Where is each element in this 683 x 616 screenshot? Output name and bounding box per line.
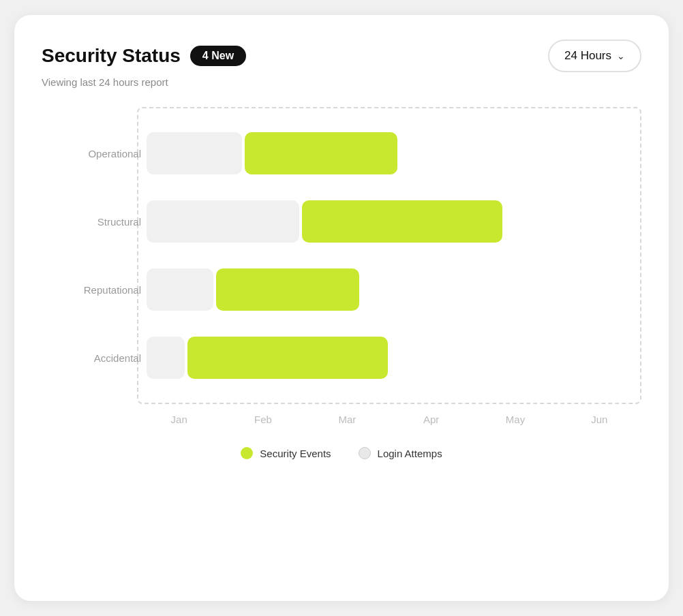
legend-login-attempts: Login Attemps	[359, 447, 442, 459]
bar-container	[147, 132, 632, 175]
legend-security-events: Security Events	[241, 447, 331, 459]
chart-row: Structural	[147, 187, 632, 256]
badge-label: New	[211, 50, 234, 62]
gray-bar	[147, 200, 299, 243]
x-axis-label: May	[473, 414, 557, 425]
page-title: Security Status	[42, 45, 181, 67]
row-label: Operational	[46, 148, 141, 159]
green-bar	[245, 132, 397, 174]
card-header: Security Status 4 New 24 Hours ⌄	[42, 40, 641, 72]
badge-count: 4	[202, 50, 209, 62]
gray-bar	[147, 132, 242, 174]
row-label: Reputational	[46, 284, 141, 296]
bar-container	[147, 336, 632, 380]
legend-dot-green	[241, 447, 253, 459]
subtitle: Viewing last 24 hours report	[42, 76, 641, 88]
row-label: Structural	[46, 216, 141, 228]
x-axis-label: Jun	[558, 414, 641, 425]
legend-attempts-label: Login Attemps	[378, 448, 442, 459]
time-range-dropdown[interactable]: 24 Hours ⌄	[548, 40, 641, 72]
gray-bar	[147, 268, 213, 311]
legend-events-label: Security Events	[260, 448, 331, 459]
security-status-card: Security Status 4 New 24 Hours ⌄ Viewing…	[14, 15, 669, 601]
chevron-down-icon: ⌄	[617, 50, 625, 61]
green-bar	[187, 337, 388, 379]
green-bar	[216, 268, 359, 311]
x-axis: JanFebMarAprMayJun	[137, 414, 641, 425]
dropdown-label: 24 Hours	[564, 49, 611, 63]
chart-row: Accidental	[147, 324, 632, 392]
chart-row: Reputational	[147, 256, 632, 324]
legend: Security Events Login Attemps	[42, 447, 641, 459]
title-row: Security Status 4 New	[42, 45, 246, 67]
new-badge: 4 New	[190, 46, 246, 66]
x-axis-label: Mar	[305, 414, 389, 425]
chart-inner: OperationalStructuralReputationalAcciden…	[137, 107, 641, 404]
x-axis-label: Jan	[137, 414, 221, 425]
x-axis-label: Feb	[221, 414, 305, 425]
row-label: Accidental	[46, 352, 141, 364]
x-axis-label: Apr	[389, 414, 473, 425]
chart-area: OperationalStructuralReputationalAcciden…	[42, 107, 641, 425]
green-bar	[302, 200, 502, 243]
chart-row: Operational	[147, 119, 632, 187]
bar-container	[147, 268, 632, 311]
bar-container	[147, 200, 632, 243]
chart-rows: OperationalStructuralReputationalAcciden…	[147, 119, 632, 392]
gray-bar	[147, 337, 185, 379]
legend-dot-gray	[359, 447, 371, 459]
